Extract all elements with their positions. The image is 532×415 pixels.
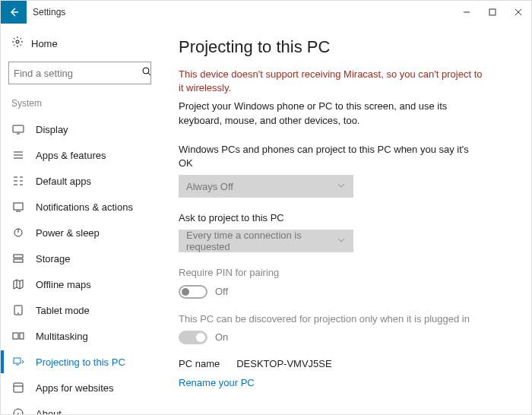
maximize-button[interactable] [480,1,505,24]
toggle-state: Off [215,286,228,297]
svg-rect-0 [489,9,496,15]
discover-plugged-toggle[interactable] [179,331,207,344]
page-title: Projecting to this PC [179,37,510,57]
nav-power-sleep[interactable]: Power & sleep [8,220,160,246]
nav-notifications[interactable]: Notifications & actions [8,194,160,220]
svg-rect-9 [13,333,18,339]
nav-label: Projecting to this PC [36,356,125,368]
home-button[interactable]: Home [8,31,160,62]
notifications-icon [11,200,25,214]
nav-label: Notifications & actions [36,201,133,213]
minimize-button[interactable] [454,1,480,24]
gear-icon [11,36,24,51]
display-icon [11,122,25,136]
discover-plugged-label: This PC can be discovered for projection… [179,312,483,326]
minimize-icon [463,8,470,16]
maximize-icon [489,8,496,16]
nav-label: Apps & features [36,150,106,161]
ask-project-label: Ask to project to this PC [179,211,483,225]
close-icon [515,8,522,16]
nav-about[interactable]: About [8,401,160,415]
window-title: Settings [33,7,65,17]
sidebar-group-header: System [8,95,160,116]
nav-label: Tablet mode [36,305,90,316]
nav-label: Default apps [36,176,91,187]
maps-icon [11,277,25,291]
nav-tablet-mode[interactable]: Tablet mode [8,297,160,323]
nav-label: Apps for websites [36,382,114,394]
nav-storage[interactable]: Storage [8,246,160,271]
home-label: Home [31,38,58,49]
require-pin-toggle[interactable] [179,285,207,299]
close-button[interactable] [505,1,531,24]
nav-label: Multitasking [36,331,88,342]
svg-point-1 [16,40,19,43]
svg-rect-12 [14,383,23,392]
page-description: Project your Windows phone or PC to this… [179,100,467,127]
nav-label: Offline maps [36,279,91,290]
dropdown-value: Every time a connection is requested [186,230,337,252]
search-icon [141,66,152,80]
svg-rect-6 [14,255,23,258]
nav-label: About [36,408,62,416]
arrow-left-icon [8,6,20,18]
pc-name-label: PC name [179,358,220,369]
svg-rect-7 [14,259,23,262]
nav-offline-maps[interactable]: Offline maps [8,271,160,297]
multitasking-icon [11,329,25,343]
nav-label: Power & sleep [36,227,100,239]
require-pin-label: Require PIN for pairing [179,266,483,280]
power-icon [11,226,25,239]
rename-pc-link[interactable]: Rename your PC [179,377,510,388]
nav-projecting[interactable]: Projecting to this PC [8,349,160,375]
ask-project-dropdown[interactable]: Every time a connection is requested [179,230,353,252]
svg-point-2 [143,68,149,74]
chevron-down-icon [337,181,346,192]
svg-rect-4 [14,203,23,210]
svg-rect-11 [14,358,21,363]
chevron-down-icon [337,236,346,247]
nav-list: Display Apps & features Default apps Not… [8,116,160,415]
info-icon [11,407,25,415]
tablet-icon [11,303,25,317]
nav-label: Storage [36,253,71,265]
main-panel: Projecting to this PC This device doesn'… [160,24,531,414]
nav-multitasking[interactable]: Multitasking [8,323,160,349]
websites-icon [11,381,25,394]
nav-default-apps[interactable]: Default apps [8,168,160,194]
sidebar: Home System Display Apps & features Defa… [1,24,160,414]
nav-label: Display [36,124,68,135]
title-bar: Settings [1,1,531,24]
dropdown-value: Always Off [186,181,233,192]
search-input[interactable] [8,62,151,84]
window-controls [454,1,531,24]
svg-rect-10 [20,333,24,339]
search-field[interactable] [14,68,141,79]
toggle-state: On [215,331,228,343]
miracast-warning: This device doesn't support receiving Mi… [179,68,483,95]
pc-name-row: PC name DESKTOP-VMVJ5SE [179,358,510,369]
project-permission-dropdown[interactable]: Always Off [179,175,353,198]
svg-rect-3 [13,125,24,132]
apps-icon [11,148,25,162]
nav-apps-websites[interactable]: Apps for websites [8,375,160,401]
nav-apps-features[interactable]: Apps & features [8,142,160,168]
storage-icon [11,252,25,265]
back-button[interactable] [1,1,27,24]
nav-display[interactable]: Display [8,116,160,142]
default-apps-icon [11,174,25,188]
pc-name-value: DESKTOP-VMVJ5SE [236,358,331,369]
projecting-icon [11,355,25,369]
project-permission-label: Windows PCs and phones can project to th… [179,143,483,170]
